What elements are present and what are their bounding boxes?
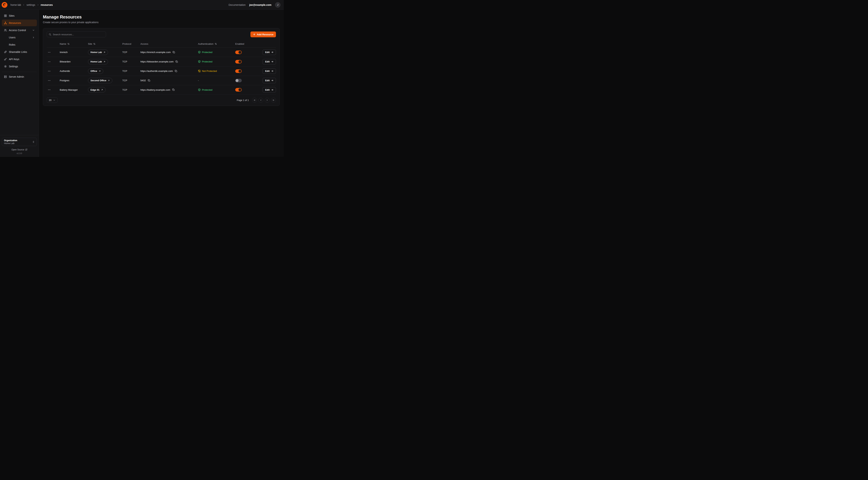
column-protocol: Protocol (122, 42, 141, 45)
column-site[interactable]: Site (88, 42, 122, 45)
site-link[interactable]: Home Lab (88, 50, 108, 55)
next-page-button[interactable] (265, 98, 270, 102)
topbar: home-lab settings resources Documentatio… (0, 0, 284, 10)
sidebar-item-label: Sites (9, 14, 14, 17)
open-source-label: Open Source (11, 148, 24, 151)
waypoints-icon (4, 22, 7, 24)
enabled-toggle[interactable] (235, 51, 242, 54)
edit-button[interactable]: Edit (262, 87, 276, 92)
previous-page-button[interactable] (258, 98, 263, 102)
copy-icon[interactable] (175, 69, 178, 73)
enabled-toggle[interactable] (235, 79, 242, 82)
site-link[interactable]: Second Office (88, 78, 112, 83)
edit-button[interactable]: Edit (262, 68, 276, 74)
user-email[interactable]: joe@example.com (249, 3, 272, 6)
edit-button[interactable]: Edit (262, 78, 276, 83)
breadcrumb-org[interactable]: home-lab (10, 3, 21, 6)
arrow-right-icon (271, 89, 273, 91)
sidebar-item-shareable-links[interactable]: Shareable Links (2, 49, 37, 55)
breadcrumb-settings[interactable]: settings (26, 3, 35, 6)
key-icon (4, 58, 7, 61)
first-page-button[interactable] (252, 98, 257, 102)
breadcrumb: home-lab settings resources (10, 3, 53, 6)
sidebar-item-label: Server Admin (9, 75, 24, 78)
copy-icon[interactable] (172, 51, 176, 54)
table-header: Name Site Protocol Access Authenticati (47, 40, 276, 48)
organization-selector[interactable]: Organization Home Lab (2, 138, 37, 146)
site-link[interactable]: Home Lab (88, 59, 108, 64)
enabled-toggle[interactable] (235, 60, 242, 63)
column-label: Site (88, 42, 92, 45)
open-source-link[interactable]: Open Source (2, 148, 37, 151)
copy-icon[interactable] (175, 60, 178, 63)
sidebar-item-settings[interactable]: Settings (2, 63, 37, 70)
toggle-knob (236, 79, 239, 82)
sidebar-item-roles[interactable]: Roles (2, 41, 37, 48)
shield-check-icon (198, 51, 201, 54)
arrow-up-right-icon (103, 51, 105, 53)
edit-button[interactable]: Edit (262, 50, 276, 55)
grid-icon (4, 14, 7, 17)
sidebar-item-access-control[interactable]: Access Control (2, 27, 37, 33)
resource-protocol: TCP (122, 51, 141, 54)
users-icon (4, 29, 7, 32)
access-url: https://bitwarden.example.com (141, 60, 174, 63)
last-page-button[interactable] (271, 98, 276, 102)
sidebar-item-api-keys[interactable]: API Keys (2, 56, 37, 62)
site-link[interactable]: Edge 01 (88, 87, 106, 92)
sidebar-item-label: API Keys (9, 58, 19, 61)
site-name: Office (91, 70, 97, 72)
row-menu-button[interactable] (47, 60, 52, 64)
breadcrumb-resources[interactable]: resources (41, 3, 53, 6)
table-row: Authentik Office TCP https://authentik.e… (47, 66, 276, 76)
resource-protocol: TCP (122, 79, 141, 82)
page-size-select[interactable]: 20 (47, 97, 58, 103)
edit-label: Edit (265, 89, 270, 91)
copy-icon[interactable] (148, 79, 151, 82)
external-link-icon (25, 149, 27, 151)
auth-status: - (198, 79, 199, 82)
edit-label: Edit (265, 79, 270, 82)
plus-icon (253, 33, 255, 36)
row-menu-button[interactable] (47, 69, 52, 73)
resource-name: Battery Manager (60, 89, 88, 91)
resources-card: Add Resource Name Site Protocol (43, 28, 280, 106)
topbar-right: Documentation joe@example.com J (228, 2, 280, 8)
documentation-link[interactable]: Documentation (228, 3, 246, 6)
table-row: Immich Home Lab TCP https://immich.examp… (47, 48, 276, 57)
site-name: Home Lab (91, 60, 102, 63)
edit-label: Edit (265, 51, 270, 54)
column-label: Access (141, 42, 148, 45)
pangolin-logo-icon (1, 2, 8, 8)
site-link[interactable]: Office (88, 68, 103, 74)
search-icon (49, 33, 52, 36)
row-menu-button[interactable] (47, 88, 52, 92)
site-name: Edge 01 (91, 89, 99, 91)
enabled-toggle[interactable] (235, 88, 242, 92)
add-resource-button[interactable]: Add Resource (250, 31, 276, 37)
app-logo[interactable] (1, 2, 8, 8)
row-menu-button[interactable] (47, 79, 52, 83)
row-menu-button[interactable] (47, 50, 52, 55)
main-content: Manage Resources Create secure proxies t… (39, 10, 284, 157)
sidebar-item-users[interactable]: Users (2, 34, 37, 41)
resource-protocol: TCP (122, 89, 141, 91)
column-authentication[interactable]: Authentication (198, 42, 235, 45)
search-input[interactable] (53, 33, 104, 36)
column-name[interactable]: Name (60, 42, 88, 45)
site-name: Second Office (91, 79, 106, 82)
auth-status: Protected (198, 60, 212, 63)
sidebar-item-sites[interactable]: Sites (2, 12, 37, 19)
arrow-up-right-icon (108, 80, 110, 82)
edit-button[interactable]: Edit (262, 59, 276, 64)
avatar[interactable]: J (275, 2, 280, 8)
toggle-knob (239, 51, 241, 54)
chevron-right-icon (23, 4, 25, 6)
link-icon (4, 51, 7, 53)
sidebar-item-resources[interactable]: Resources (2, 20, 37, 26)
copy-icon[interactable] (172, 88, 175, 91)
gear-icon (4, 65, 7, 68)
sidebar-item-label: Users (9, 36, 16, 39)
sidebar-item-server-admin[interactable]: Server Admin (2, 73, 37, 80)
enabled-toggle[interactable] (235, 69, 242, 73)
